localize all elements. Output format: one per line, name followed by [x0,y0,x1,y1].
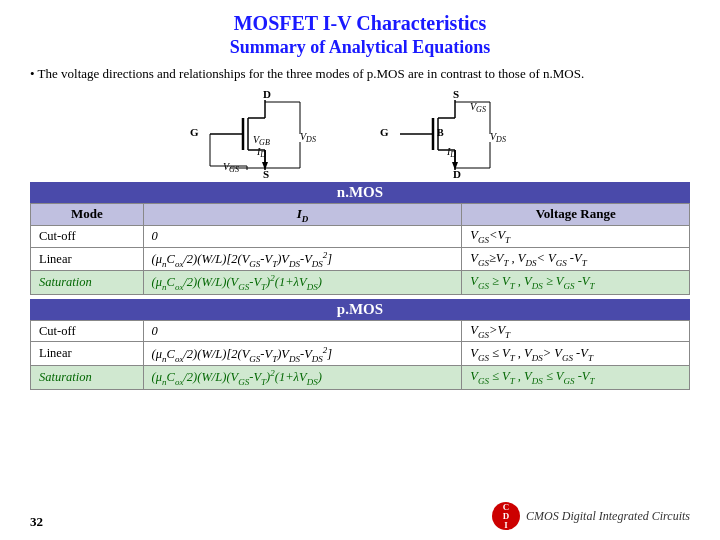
nmos-linear-id: (μnCox/2)(W/L)[2(VGS-VT)VDS-VDS2] [143,247,462,271]
col-voltage: Voltage Range [462,203,690,226]
pmos-header: p.MOS [30,299,690,320]
col-id: ID [143,203,462,226]
pmos-sat-row: Saturation (μnCox/2)(W/L)(VGS-VT)2(1+λVD… [31,366,690,390]
nmos-sat-row: Saturation (μnCox/2)(W/L)(VGS-VT)2(1+λVD… [31,271,690,295]
nmos-svg: S G VGS VDS ID D [375,88,535,178]
svg-text:D: D [453,168,461,178]
pmos-section: p.MOS Mode ID Voltage Range Cut-off 0 VG… [30,299,690,390]
svg-text:S: S [453,88,459,100]
nmos-header: n.MOS [30,182,690,203]
nmos-linear-mode: Linear [31,247,144,271]
svg-text:D: D [263,88,271,100]
svg-text:VDS: VDS [490,131,506,144]
pmos-sat-id: (μnCox/2)(W/L)(VGS-VT)2(1+λVDS) [143,366,462,390]
footer-logo: CDI CMOS Digital Integrated Circuits [492,502,690,530]
intro-text: • The voltage directions and relationshi… [30,65,690,83]
pmos-linear-id: (μnCox/2)(W/L)[2(VGS-VT)VDS-VDS2] [143,342,462,366]
col-mode: Mode [31,203,144,226]
nmos-cutoff-mode: Cut-off [31,226,144,248]
title-block: MOSFET I-V Characteristics Summary of An… [30,10,690,59]
pmos-sat-voltage: VGS ≤ VT , VDS ≤ VGS -VT [462,366,690,390]
footer: 32 CDI CMOS Digital Integrated Circuits [30,498,690,530]
svg-text:VDS: VDS [300,131,316,144]
pmos-cutoff-row: Cut-off 0 VGS>VT [31,320,690,342]
nmos-linear-voltage: VGS≥VT , VDS< VGS -VT [462,247,690,271]
svg-text:G: G [190,126,199,138]
svg-text:B: B [437,127,444,138]
pmos-table: Mode ID Voltage Range Cut-off 0 VGS>VT L… [30,320,690,390]
pmos-linear-voltage: VGS ≤ VT , VDS> VGS -VT [462,342,690,366]
page-number: 32 [30,514,43,530]
svg-text:G: G [380,126,389,138]
diagrams-row: D G VGS VDS VGB ID S [30,88,690,178]
nmos-sat-id: (μnCox/2)(W/L)(VGS-VT)2(1+λVDS) [143,271,462,295]
svg-text:S: S [263,168,269,178]
nmos-sat-voltage: VGS ≥ VT , VDS ≥ VGS -VT [462,271,690,295]
nmos-table: Mode ID Voltage Range Cut-off 0 VGS<VT L… [30,203,690,295]
pmos-linear-row: Linear (μnCox/2)(W/L)[2(VGS-VT)VDS-VDS2]… [31,342,690,366]
pmos-cutoff-voltage: VGS>VT [462,320,690,342]
nmos-section: n.MOS Mode ID Voltage Range Cut-off 0 VG… [30,182,690,295]
nmos-cutoff-id: 0 [143,226,462,248]
svg-text:VGB: VGB [253,134,270,147]
main-title: MOSFET I-V Characteristics [30,10,690,36]
pmos-linear-mode: Linear [31,342,144,366]
page: MOSFET I-V Characteristics Summary of An… [0,0,720,540]
nmos-cutoff-voltage: VGS<VT [462,226,690,248]
logo-badge: CDI [492,502,520,530]
pmos-cutoff-id: 0 [143,320,462,342]
pmos-sat-mode: Saturation [31,366,144,390]
pmos-svg: D G VGS VDS VGB ID S [185,88,345,178]
nmos-sat-mode: Saturation [31,271,144,295]
nmos-table-header-row: Mode ID Voltage Range [31,203,690,226]
nmos-diagram: S G VGS VDS ID D [375,88,535,178]
sub-title: Summary of Analytical Equations [30,36,690,59]
svg-text:VGS: VGS [470,101,486,114]
pmos-cutoff-mode: Cut-off [31,320,144,342]
footer-text: CMOS Digital Integrated Circuits [526,509,690,524]
nmos-cutoff-row: Cut-off 0 VGS<VT [31,226,690,248]
nmos-linear-row: Linear (μnCox/2)(W/L)[2(VGS-VT)VDS-VDS2]… [31,247,690,271]
pmos-diagram: D G VGS VDS VGB ID S [185,88,345,178]
